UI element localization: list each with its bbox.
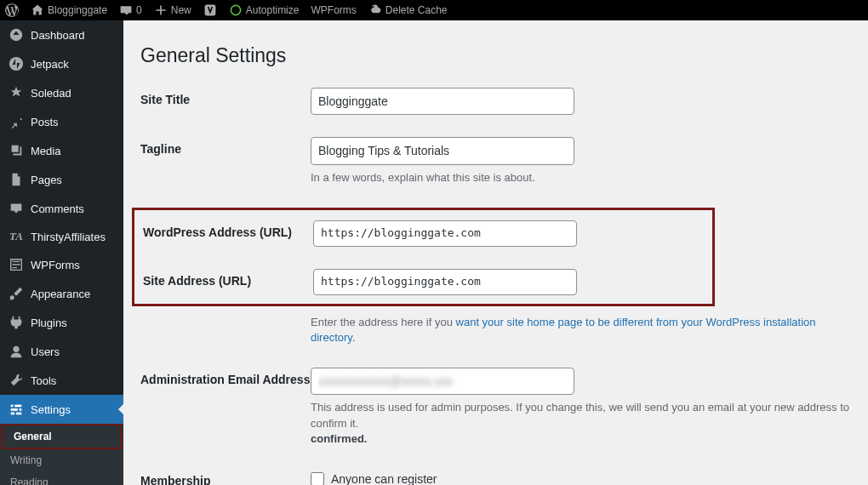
- submenu-item-reading[interactable]: Reading: [0, 471, 123, 485]
- sidebar-label: Soledad: [31, 87, 71, 100]
- sidebar-item-thirstyaffiliates[interactable]: TA ThirstyAffiliates: [0, 223, 123, 250]
- sidebar-label: Pages: [31, 174, 62, 186]
- users-icon: [9, 344, 24, 359]
- sidebar-item-posts[interactable]: Posts: [0, 107, 123, 136]
- tools-icon: [9, 373, 24, 388]
- svg-rect-9: [14, 412, 16, 416]
- new-label: New: [171, 0, 191, 20]
- delete-cache-label: Delete Cache: [385, 0, 448, 20]
- sidebar-label: WPForms: [31, 259, 80, 271]
- sidebar-label: Jetpack: [31, 58, 69, 71]
- sidebar-label: Tools: [31, 374, 56, 387]
- thirstyaffiliates-icon: TA: [9, 230, 24, 243]
- tagline-input[interactable]: [311, 137, 574, 164]
- sidebar-label: Media: [31, 145, 60, 157]
- sidebar-item-appearance[interactable]: Appearance: [0, 279, 123, 308]
- comments-icon: [9, 201, 24, 216]
- url-highlight-box: WordPress Address (URL) Site Address (UR…: [132, 208, 715, 306]
- tagline-label: Tagline: [140, 137, 311, 156]
- comment-icon: [119, 3, 133, 17]
- wpforms-adminbar[interactable]: WPForms: [311, 0, 356, 20]
- site-name: Blogginggate: [48, 0, 107, 20]
- home-icon: [31, 3, 44, 17]
- svg-rect-5: [11, 408, 22, 411]
- plus-icon: [154, 3, 168, 17]
- svg-rect-8: [18, 408, 20, 412]
- sidebar-item-wpforms[interactable]: WPForms: [0, 250, 123, 279]
- sidebar-label: Posts: [31, 116, 59, 128]
- sidebar-item-dashboard[interactable]: Dashboard: [0, 20, 123, 49]
- pin-icon: [9, 114, 24, 129]
- new-content-link[interactable]: New: [154, 0, 191, 20]
- site-address-input[interactable]: [313, 269, 577, 295]
- site-address-label: Site Address (URL): [143, 269, 313, 288]
- autoptimize-icon: [229, 3, 243, 17]
- settings-content: General Settings Site Title Tagline In a…: [123, 20, 868, 485]
- sidebar-item-settings[interactable]: Settings: [0, 395, 123, 424]
- autoptimize-link[interactable]: Autoptimize: [229, 0, 300, 20]
- dashboard-icon: [9, 27, 24, 43]
- sidebar-label: Appearance: [31, 288, 90, 300]
- sidebar-item-media[interactable]: Media: [0, 136, 123, 165]
- svg-point-3: [13, 346, 19, 352]
- wp-address-label: WordPress Address (URL): [143, 220, 313, 239]
- sidebar-label: ThirstyAffiliates: [31, 231, 106, 243]
- autoptimize-label: Autoptimize: [246, 0, 300, 20]
- svg-point-1: [231, 5, 240, 14]
- tagline-description: In a few words, explain what this site i…: [311, 170, 851, 185]
- submenu-item-general[interactable]: General: [2, 424, 122, 449]
- page-title: General Settings: [140, 44, 851, 67]
- cache-icon: [368, 3, 382, 17]
- anyone-can-register-label: Anyone can register: [331, 472, 437, 485]
- admin-email-description: This address is used for admin purposes.…: [311, 400, 851, 447]
- membership-label: Membership: [140, 469, 311, 485]
- admin-sidebar: Dashboard Jetpack Soledad Posts Media Pa…: [0, 20, 123, 485]
- admin-bar: Blogginggate 0 New Autoptimize WPForms D…: [0, 0, 868, 20]
- sidebar-label: Dashboard: [31, 29, 85, 42]
- sidebar-item-plugins[interactable]: Plugins: [0, 308, 123, 337]
- svg-point-2: [9, 57, 23, 71]
- media-icon: [9, 143, 24, 158]
- jetpack-icon: [9, 56, 24, 71]
- sidebar-item-users[interactable]: Users: [0, 337, 123, 366]
- wordpress-logo[interactable]: [5, 3, 19, 17]
- admin-email-input[interactable]: [311, 368, 574, 395]
- wordpress-icon: [5, 3, 19, 17]
- plugin-icon: [9, 315, 24, 330]
- sidebar-item-tools[interactable]: Tools: [0, 366, 123, 395]
- anyone-can-register-checkbox[interactable]: [311, 472, 324, 485]
- settings-submenu: General Writing Reading: [0, 424, 123, 485]
- site-title-input[interactable]: [311, 88, 574, 115]
- site-address-description: Enter the address here if you want your …: [311, 315, 851, 345]
- wp-address-input[interactable]: [313, 220, 577, 247]
- soledad-icon: [9, 85, 24, 100]
- sidebar-item-comments[interactable]: Comments: [0, 194, 123, 223]
- sidebar-item-soledad[interactable]: Soledad: [0, 78, 123, 107]
- sidebar-item-jetpack[interactable]: Jetpack: [0, 49, 123, 78]
- wpforms-icon: [9, 257, 24, 272]
- admin-email-label: Administration Email Address: [140, 368, 311, 386]
- page-icon: [9, 172, 24, 187]
- svg-rect-7: [13, 404, 14, 408]
- sidebar-item-pages[interactable]: Pages: [0, 165, 123, 194]
- sidebar-label: Plugins: [31, 317, 67, 329]
- settings-icon: [9, 402, 24, 417]
- delete-cache-link[interactable]: Delete Cache: [368, 0, 448, 20]
- sidebar-label: Settings: [31, 403, 71, 416]
- sidebar-label: Comments: [31, 203, 84, 215]
- svg-rect-4: [11, 405, 22, 408]
- site-home-link[interactable]: Blogginggate: [31, 0, 107, 20]
- comments-count: 0: [136, 0, 142, 20]
- yoast-link[interactable]: [203, 3, 217, 17]
- submenu-item-writing[interactable]: Writing: [0, 449, 123, 471]
- brush-icon: [9, 286, 24, 301]
- yoast-icon: [203, 3, 217, 17]
- site-title-label: Site Title: [140, 88, 311, 106]
- comments-link[interactable]: 0: [119, 0, 142, 20]
- sidebar-label: Users: [31, 345, 60, 358]
- wpforms-label: WPForms: [311, 0, 356, 20]
